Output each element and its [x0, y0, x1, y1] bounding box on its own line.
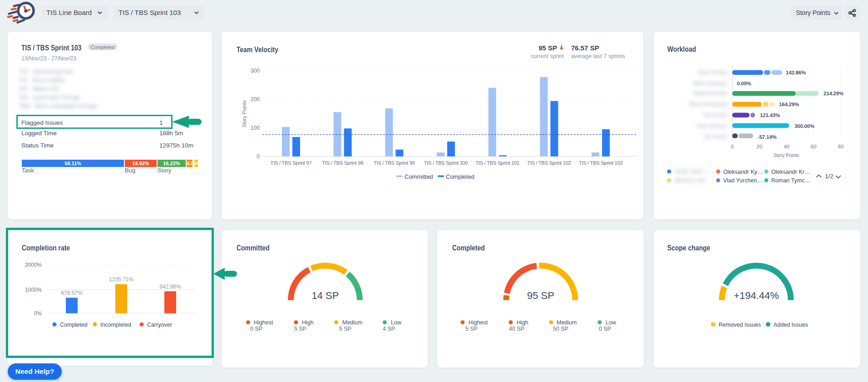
svg-text:164.29%: 164.29%	[779, 102, 799, 107]
svg-text:142.86%: 142.86%	[786, 70, 806, 75]
svg-text:Dmtr Vlchkv: Dmtr Vlchkv	[698, 69, 727, 76]
svg-text:5 SP: 5 SP	[294, 326, 306, 332]
svg-text:60: 60	[811, 144, 817, 149]
svg-text:TIS / TBS Sprint 97: TIS / TBS Sprint 97	[271, 160, 312, 166]
svg-text:50 SP: 50 SP	[553, 326, 568, 332]
svg-text:95 SP: 95 SP	[527, 290, 554, 301]
svg-text:High: High	[517, 319, 528, 326]
svg-text:Vldsl Pshchnk: Vldsl Pshchnk	[693, 90, 728, 97]
svg-text:Roman Tymc…: Roman Tymc…	[771, 177, 810, 184]
svg-text:-57.14%: -57.14%	[758, 134, 776, 140]
svg-text:Story Points: Story Points	[242, 100, 247, 127]
svg-text:Story Points: Story Points	[774, 152, 799, 158]
svg-text:Olksn Hncharvk: Olksn Hncharvk	[689, 101, 728, 108]
svg-text:100: 100	[251, 125, 260, 131]
svg-text:20: 20	[757, 144, 763, 149]
svg-text:High: High	[302, 319, 314, 326]
svg-text:+194.44%: +194.44%	[734, 290, 779, 301]
svg-text:Mkhlesh Hrb: Mkhlesh Hrb	[675, 177, 705, 184]
svg-text:0 SP: 0 SP	[599, 326, 611, 332]
svg-text:0 SP: 0 SP	[250, 326, 262, 332]
svg-text:Completed: Completed	[446, 173, 474, 180]
svg-text:TIS / TBS Sprint 100: TIS / TBS Sprint 100	[424, 160, 468, 166]
svg-text:80: 80	[838, 144, 844, 149]
svg-text:0.00%: 0.00%	[737, 81, 751, 86]
svg-text:Removed Issues: Removed Issues	[719, 322, 761, 328]
svg-text:214.29%: 214.29%	[824, 91, 843, 96]
svg-text:121.43%: 121.43%	[760, 113, 780, 118]
svg-text:40: 40	[784, 144, 790, 149]
svg-text:Added Issues: Added Issues	[774, 322, 808, 328]
svg-text:TIS / TBS Sprint 103: TIS / TBS Sprint 103	[579, 160, 623, 166]
svg-text:Yrh Krvlnk: Yrh Krvlnk	[702, 112, 728, 118]
svg-text:Committed: Committed	[404, 173, 433, 180]
svg-text:Medium: Medium	[557, 319, 577, 326]
svg-text:40 SP: 40 SP	[509, 326, 524, 332]
svg-text:Low: Low	[606, 319, 616, 326]
svg-text:0: 0	[256, 153, 260, 160]
svg-text:Medium: Medium	[342, 319, 362, 326]
svg-text:Mkhl Hrbnnkyi: Mkhl Hrbnnkyi	[693, 80, 727, 87]
svg-text:Low: Low	[391, 319, 402, 326]
svg-text:TIS / TBS Sprint 102: TIS / TBS Sprint 102	[527, 160, 571, 166]
svg-text:Srh Plshk: Srh Plshk	[704, 134, 728, 140]
svg-text:300: 300	[251, 68, 260, 74]
svg-text:200: 200	[251, 96, 260, 103]
svg-text:TIS / TBS Sprint 99: TIS / TBS Sprint 99	[374, 160, 415, 166]
svg-text:300.00%: 300.00%	[794, 123, 814, 129]
svg-text:Oleksandr Ky…: Oleksandr Ky…	[723, 169, 763, 175]
svg-text:TIS / TBS Sprint 98: TIS / TBS Sprint 98	[322, 160, 363, 166]
svg-text:Oleksandr Kr…: Oleksandr Kr…	[771, 169, 810, 175]
svg-text:Andr Shvchk: Andr Shvchk	[696, 123, 728, 129]
svg-text:5 SP: 5 SP	[465, 326, 478, 332]
svg-text:Highest: Highest	[469, 319, 488, 326]
svg-text:1/2: 1/2	[825, 173, 833, 180]
svg-text:Dmtrii Valch: Dmtrii Valch	[675, 168, 704, 175]
svg-text:5 SP: 5 SP	[339, 326, 351, 332]
svg-text:Highest: Highest	[254, 319, 273, 326]
svg-text:14 SP: 14 SP	[312, 290, 339, 301]
svg-text:4 SP: 4 SP	[383, 326, 395, 332]
svg-text:TIS / TBS Sprint 101: TIS / TBS Sprint 101	[475, 160, 519, 166]
svg-text:Vlad Yurchen…: Vlad Yurchen…	[723, 177, 763, 184]
svg-text:0: 0	[731, 144, 734, 149]
